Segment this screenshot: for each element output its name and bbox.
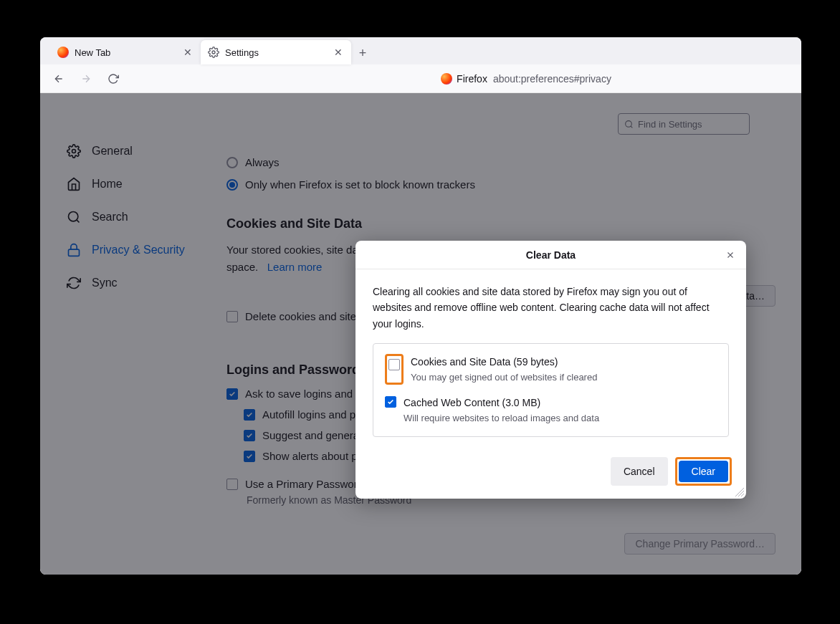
resize-grip-icon[interactable] (735, 487, 745, 497)
dialog-footer: Cancel Clear (355, 448, 746, 499)
highlight-annotation: Clear (675, 457, 732, 486)
checkbox-icon[interactable] (385, 396, 396, 408)
tab-settings[interactable]: Settings ✕ (201, 40, 351, 64)
highlight-annotation (385, 354, 404, 385)
tab-strip: New Tab ✕ Settings ✕ + (40, 37, 801, 64)
tab-label: Settings (225, 47, 327, 58)
tab-label: New Tab (75, 47, 176, 58)
back-button[interactable] (47, 67, 70, 90)
option-sublabel: You may get signed out of websites if cl… (411, 370, 597, 385)
brand-label: Firefox (457, 73, 487, 85)
firefox-logo-icon (441, 73, 452, 85)
clear-button[interactable]: Clear (679, 461, 728, 482)
option-label: Cached Web Content (3.0 MB) (404, 395, 599, 411)
clear-options-box: Cookies and Site Data (59 bytes) You may… (373, 343, 729, 436)
url-bar[interactable]: Firefox about:preferences#privacy (312, 73, 611, 85)
option-label: Cookies and Site Data (59 bytes) (411, 354, 597, 370)
cookies-option-row[interactable]: Cookies and Site Data (59 bytes) You may… (385, 354, 717, 385)
clear-data-dialog: Clear Data Clearing all cookies and site… (355, 241, 746, 499)
reload-button[interactable] (102, 67, 125, 90)
svg-point-0 (212, 51, 215, 54)
close-tab-icon[interactable]: ✕ (182, 47, 194, 58)
firefox-favicon (57, 47, 69, 58)
firefox-chip: Firefox (441, 73, 487, 85)
dialog-header: Clear Data (355, 241, 746, 269)
close-icon[interactable] (723, 248, 738, 262)
dialog-title: Clear Data (526, 249, 576, 261)
cancel-button[interactable]: Cancel (611, 457, 668, 486)
url-text: about:preferences#privacy (493, 73, 611, 85)
gear-icon (208, 47, 219, 58)
new-tab-button[interactable]: + (351, 42, 374, 64)
toolbar: Firefox about:preferences#privacy (40, 64, 801, 93)
tab-new-tab[interactable]: New Tab ✕ (50, 40, 201, 64)
forward-button[interactable] (75, 67, 97, 90)
checkbox-icon[interactable] (388, 359, 400, 370)
cache-option-row[interactable]: Cached Web Content (3.0 MB) Will require… (385, 395, 717, 426)
option-sublabel: Will require websites to reload images a… (404, 411, 599, 426)
dialog-description: Clearing all cookies and site data store… (373, 284, 729, 332)
close-tab-icon[interactable]: ✕ (333, 47, 344, 58)
